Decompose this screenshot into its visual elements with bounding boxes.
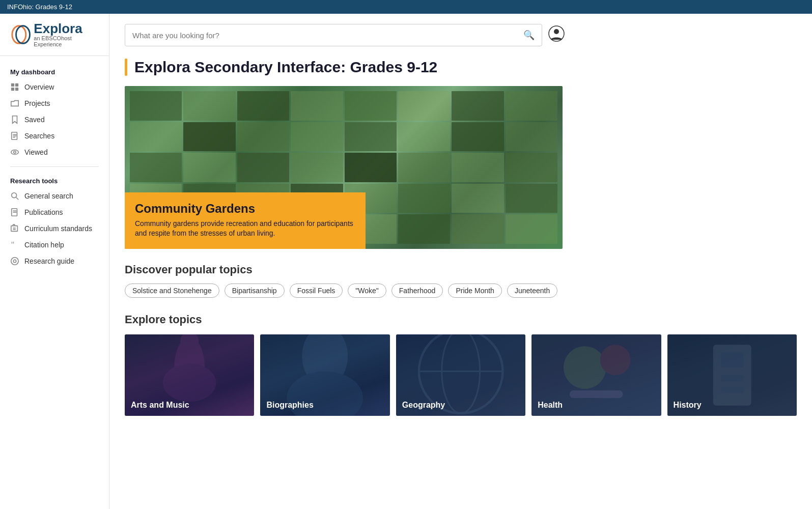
svg-line-13 [16, 197, 19, 200]
pill-solstice[interactable]: Solstice and Stonehenge [125, 284, 219, 298]
title-accent-bar [125, 59, 127, 76]
eye-icon [10, 148, 19, 157]
sidebar-item-general-search[interactable]: General search [0, 188, 109, 204]
topic-card-arts[interactable]: Arts and Music [125, 334, 254, 416]
research-guide-icon [10, 257, 19, 266]
explore-topics-heading: Explore topics [125, 313, 797, 326]
sidebar-divider [10, 166, 99, 167]
svg-point-22 [13, 260, 16, 262]
sidebar-label-searches: Searches [24, 132, 54, 140]
folder-icon [10, 99, 19, 108]
topic-card-health[interactable]: Health [531, 334, 661, 416]
pill-fossil-fuels[interactable]: Fossil Fuels [290, 284, 343, 298]
sidebar-item-publications[interactable]: Publications [0, 204, 109, 220]
topic-card-history-label: History [667, 394, 797, 416]
topic-card-history[interactable]: History [667, 334, 797, 416]
page-title-section: Explora Secondary Interface: Grades 9-12 [125, 59, 797, 76]
sidebar-label-general-search: General search [24, 192, 73, 200]
sidebar-item-citation[interactable]: " Citation help [0, 237, 109, 253]
svg-point-10 [11, 150, 18, 155]
doc-searches-icon [10, 131, 19, 140]
hero-overlay: Community Gardens Community gardens prov… [125, 192, 366, 249]
sidebar-item-searches[interactable]: Searches [0, 128, 109, 144]
curriculum-icon [10, 224, 19, 233]
sidebar-item-saved[interactable]: Saved [0, 111, 109, 128]
topic-card-bio-label: Biographies [260, 394, 389, 416]
svg-rect-3 [15, 83, 18, 87]
pill-bipartisanship[interactable]: Bipartisanship [225, 284, 285, 298]
svg-point-1 [16, 26, 30, 44]
pill-fatherhood[interactable]: Fatherhood [391, 284, 443, 298]
sidebar-item-research-guide[interactable]: Research guide [0, 253, 109, 269]
svg-point-24 [554, 29, 559, 34]
sidebar-label-curriculum: Curriculum standards [24, 224, 92, 233]
grid-icon [10, 82, 19, 92]
sidebar-label-overview: Overview [24, 83, 54, 91]
popular-topics-heading: Discover popular topics [125, 263, 797, 276]
sidebar-item-curriculum[interactable]: Curriculum standards [0, 220, 109, 237]
svg-point-21 [11, 258, 18, 265]
top-bar-title: INFOhio: Grades 9-12 [7, 3, 72, 11]
sidebar-label-projects: Projects [24, 99, 50, 107]
sidebar-item-projects[interactable]: Projects [0, 95, 109, 111]
hero-title: Community Gardens [135, 202, 355, 216]
svg-rect-5 [15, 88, 18, 91]
logo-subtitle: an EBSCOhost Experience [34, 35, 99, 47]
pill-juneteenth[interactable]: Juneteenth [507, 284, 557, 298]
main-content: 🔍 Explora Secondary Interface: Grades 9-… [109, 14, 812, 509]
top-bar: INFOhio: Grades 9-12 [0, 0, 812, 14]
topic-card-health-label: Health [531, 394, 661, 416]
topic-card-arts-label: Arts and Music [125, 394, 254, 416]
search-bar-wrapper: 🔍 [125, 24, 797, 46]
publications-icon [10, 208, 19, 217]
svg-point-0 [12, 26, 26, 44]
sidebar-label-research-guide: Research guide [24, 257, 74, 265]
sidebar-label-saved: Saved [24, 116, 45, 124]
search-bar-container: 🔍 [125, 24, 542, 46]
quote-icon: " [10, 240, 19, 249]
logo: Explora an EBSCOhost Experience [0, 22, 109, 56]
sidebar-item-viewed[interactable]: Viewed [0, 144, 109, 160]
svg-point-12 [12, 193, 17, 198]
pill-woke[interactable]: "Woke" [348, 284, 386, 298]
svg-text:": " [11, 240, 15, 249]
app-layout: Explora an EBSCOhost Experience My dashb… [0, 14, 812, 509]
search-bar-icon[interactable]: 🔍 [523, 30, 535, 41]
popular-topics-pills: Solstice and Stonehenge Bipartisanship F… [125, 284, 797, 298]
explora-logo-icon [10, 23, 32, 46]
sidebar-item-overview[interactable]: Overview [0, 79, 109, 95]
sidebar: Explora an EBSCOhost Experience My dashb… [0, 14, 109, 509]
logo-title: Explora [34, 22, 99, 35]
hero-description: Community gardens provide recreation and… [135, 219, 355, 239]
svg-point-11 [14, 151, 16, 154]
svg-rect-17 [11, 226, 18, 232]
research-tools-heading: Research tools [0, 173, 109, 188]
explore-topics-grid: Arts and Music Biographies [125, 334, 797, 416]
hero-container[interactable]: Community Gardens Community gardens prov… [125, 86, 563, 249]
svg-rect-2 [11, 83, 14, 87]
sidebar-label-viewed: Viewed [24, 148, 48, 156]
topic-card-geography[interactable]: Geography [396, 334, 525, 416]
search-input[interactable] [132, 31, 523, 40]
topic-card-geo-label: Geography [396, 394, 525, 416]
page-title: Explora Secondary Interface: Grades 9-12 [134, 59, 437, 76]
sidebar-label-citation: Citation help [24, 241, 64, 249]
user-account-icon[interactable] [548, 25, 565, 45]
search-icon [10, 191, 19, 201]
dashboard-heading: My dashboard [0, 64, 109, 79]
pill-pride-month[interactable]: Pride Month [448, 284, 501, 298]
bookmark-icon [10, 115, 19, 124]
svg-rect-4 [11, 88, 14, 91]
sidebar-label-publications: Publications [24, 208, 63, 216]
topic-card-biographies[interactable]: Biographies [260, 334, 389, 416]
